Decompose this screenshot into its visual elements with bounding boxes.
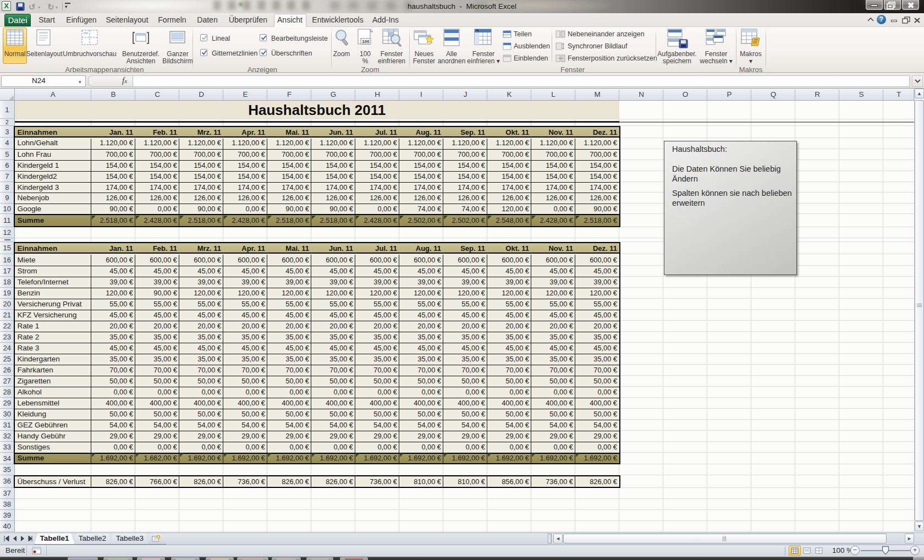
svg-text:100: 100 bbox=[362, 39, 370, 44]
